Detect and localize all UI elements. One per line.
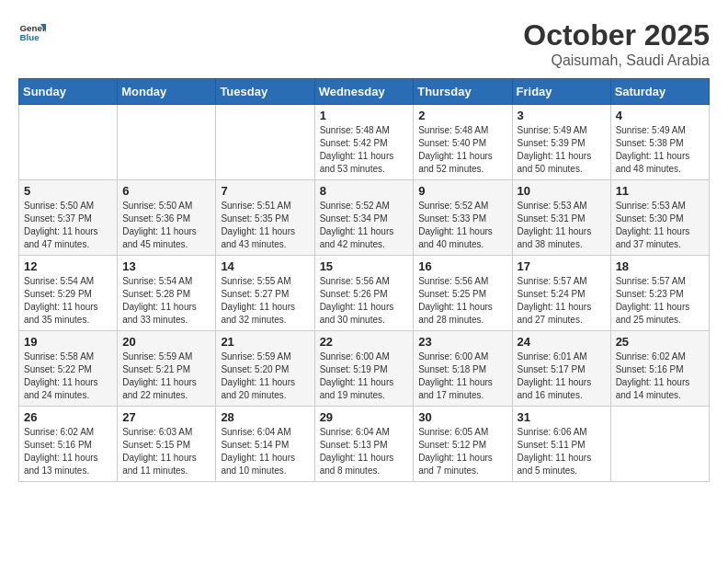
day-info: Sunrise: 5:48 AMSunset: 5:40 PMDaylight:…: [418, 124, 506, 176]
day-number: 6: [122, 184, 210, 198]
day-number: 20: [122, 335, 210, 349]
week-row-4: 26Sunrise: 6:02 AMSunset: 5:16 PMDayligh…: [19, 407, 710, 482]
day-header-thursday: Thursday: [414, 79, 512, 105]
day-number: 21: [221, 335, 309, 349]
day-info: Sunrise: 5:58 AMSunset: 5:22 PMDaylight:…: [24, 350, 112, 402]
day-info: Sunrise: 5:53 AMSunset: 5:30 PMDaylight:…: [616, 200, 704, 251]
calendar-cell: [19, 105, 118, 180]
day-info: Sunrise: 5:50 AMSunset: 5:36 PMDaylight:…: [122, 200, 210, 251]
day-number: 17: [518, 259, 606, 273]
day-info: Sunrise: 5:59 AMSunset: 5:21 PMDaylight:…: [122, 350, 210, 402]
day-info: Sunrise: 5:50 AMSunset: 5:37 PMDaylight:…: [24, 200, 112, 251]
calendar-cell: 19Sunrise: 5:58 AMSunset: 5:22 PMDayligh…: [19, 331, 118, 407]
day-number: 28: [221, 410, 309, 424]
day-header-saturday: Saturday: [610, 79, 709, 105]
day-info: Sunrise: 5:54 AMSunset: 5:28 PMDaylight:…: [122, 275, 210, 327]
day-number: 31: [518, 410, 606, 424]
day-number: 18: [616, 259, 704, 273]
calendar-table: SundayMondayTuesdayWednesdayThursdayFrid…: [18, 78, 710, 482]
day-info: Sunrise: 5:53 AMSunset: 5:31 PMDaylight:…: [518, 200, 606, 251]
calendar-cell: 7Sunrise: 5:51 AMSunset: 5:35 PMDaylight…: [216, 180, 314, 256]
calendar-cell: 14Sunrise: 5:55 AMSunset: 5:27 PMDayligh…: [216, 256, 314, 331]
day-number: 13: [122, 259, 210, 273]
calendar-cell: 21Sunrise: 5:59 AMSunset: 5:20 PMDayligh…: [216, 331, 314, 407]
calendar-cell: 25Sunrise: 6:02 AMSunset: 5:16 PMDayligh…: [610, 331, 709, 407]
logo-icon: General Blue: [18, 18, 46, 46]
day-header-sunday: Sunday: [19, 79, 118, 105]
day-info: Sunrise: 6:00 AMSunset: 5:19 PMDaylight:…: [320, 350, 409, 402]
day-info: Sunrise: 6:02 AMSunset: 5:16 PMDaylight:…: [24, 426, 112, 477]
calendar-cell: 15Sunrise: 5:56 AMSunset: 5:26 PMDayligh…: [314, 256, 414, 331]
calendar-cell: 18Sunrise: 5:57 AMSunset: 5:23 PMDayligh…: [610, 256, 709, 331]
week-row-1: 5Sunrise: 5:50 AMSunset: 5:37 PMDaylight…: [19, 180, 710, 256]
title-area: October 2025 Qaisumah, Saudi Arabia: [523, 18, 710, 69]
calendar-cell: [118, 105, 216, 180]
calendar-cell: 8Sunrise: 5:52 AMSunset: 5:34 PMDaylight…: [314, 180, 414, 256]
day-header-friday: Friday: [512, 79, 610, 105]
day-number: 27: [122, 410, 210, 424]
day-info: Sunrise: 5:54 AMSunset: 5:29 PMDaylight:…: [24, 275, 112, 327]
day-header-monday: Monday: [118, 79, 216, 105]
day-info: Sunrise: 5:51 AMSunset: 5:35 PMDaylight:…: [221, 200, 309, 251]
day-number: 25: [616, 335, 704, 349]
calendar-cell: 26Sunrise: 6:02 AMSunset: 5:16 PMDayligh…: [19, 407, 118, 482]
day-number: 4: [616, 109, 704, 122]
week-row-3: 19Sunrise: 5:58 AMSunset: 5:22 PMDayligh…: [19, 331, 710, 407]
day-number: 15: [320, 259, 409, 273]
day-info: Sunrise: 5:56 AMSunset: 5:25 PMDaylight:…: [418, 275, 506, 327]
calendar-cell: 5Sunrise: 5:50 AMSunset: 5:37 PMDaylight…: [19, 180, 118, 256]
calendar-cell: 20Sunrise: 5:59 AMSunset: 5:21 PMDayligh…: [118, 331, 216, 407]
day-number: 1: [320, 109, 409, 122]
day-info: Sunrise: 6:00 AMSunset: 5:18 PMDaylight:…: [418, 350, 506, 402]
day-number: 7: [221, 184, 309, 198]
day-info: Sunrise: 5:48 AMSunset: 5:42 PMDaylight:…: [320, 124, 409, 176]
week-row-0: 1Sunrise: 5:48 AMSunset: 5:42 PMDaylight…: [19, 105, 710, 180]
calendar-cell: 30Sunrise: 6:05 AMSunset: 5:12 PMDayligh…: [414, 407, 512, 482]
day-info: Sunrise: 5:57 AMSunset: 5:23 PMDaylight:…: [616, 275, 704, 327]
calendar-cell: 2Sunrise: 5:48 AMSunset: 5:40 PMDaylight…: [414, 105, 512, 180]
calendar-cell: 31Sunrise: 6:06 AMSunset: 5:11 PMDayligh…: [512, 407, 610, 482]
day-info: Sunrise: 5:59 AMSunset: 5:20 PMDaylight:…: [221, 350, 309, 402]
day-number: 2: [418, 109, 506, 122]
calendar-cell: [216, 105, 314, 180]
svg-text:Blue: Blue: [20, 32, 40, 42]
day-number: 3: [518, 109, 606, 122]
day-number: 22: [320, 335, 409, 349]
day-number: 12: [24, 259, 112, 273]
day-info: Sunrise: 6:02 AMSunset: 5:16 PMDaylight:…: [616, 350, 704, 402]
day-number: 29: [320, 410, 409, 424]
day-info: Sunrise: 6:03 AMSunset: 5:15 PMDaylight:…: [122, 426, 210, 477]
week-row-2: 12Sunrise: 5:54 AMSunset: 5:29 PMDayligh…: [19, 256, 710, 331]
calendar-cell: 29Sunrise: 6:04 AMSunset: 5:13 PMDayligh…: [314, 407, 414, 482]
day-info: Sunrise: 5:49 AMSunset: 5:38 PMDaylight:…: [616, 124, 704, 176]
day-number: 9: [418, 184, 506, 198]
day-header-tuesday: Tuesday: [216, 79, 314, 105]
day-info: Sunrise: 6:06 AMSunset: 5:11 PMDaylight:…: [518, 426, 606, 477]
calendar-cell: 1Sunrise: 5:48 AMSunset: 5:42 PMDaylight…: [314, 105, 414, 180]
calendar-cell: 13Sunrise: 5:54 AMSunset: 5:28 PMDayligh…: [118, 256, 216, 331]
logo: General Blue: [18, 18, 46, 46]
calendar-cell: 12Sunrise: 5:54 AMSunset: 5:29 PMDayligh…: [19, 256, 118, 331]
day-info: Sunrise: 5:55 AMSunset: 5:27 PMDaylight:…: [221, 275, 309, 327]
day-info: Sunrise: 6:01 AMSunset: 5:17 PMDaylight:…: [518, 350, 606, 402]
day-number: 5: [24, 184, 112, 198]
day-info: Sunrise: 6:05 AMSunset: 5:12 PMDaylight:…: [418, 426, 506, 477]
calendar-cell: 17Sunrise: 5:57 AMSunset: 5:24 PMDayligh…: [512, 256, 610, 331]
calendar-cell: 16Sunrise: 5:56 AMSunset: 5:25 PMDayligh…: [414, 256, 512, 331]
day-number: 8: [320, 184, 409, 198]
month-title: October 2025: [523, 18, 710, 52]
day-number: 19: [24, 335, 112, 349]
calendar-cell: 27Sunrise: 6:03 AMSunset: 5:15 PMDayligh…: [118, 407, 216, 482]
header: General Blue October 2025 Qaisumah, Saud…: [18, 18, 710, 69]
day-number: 30: [418, 410, 506, 424]
day-info: Sunrise: 6:04 AMSunset: 5:14 PMDaylight:…: [221, 426, 309, 477]
calendar-cell: 6Sunrise: 5:50 AMSunset: 5:36 PMDaylight…: [118, 180, 216, 256]
day-number: 26: [24, 410, 112, 424]
location-title: Qaisumah, Saudi Arabia: [523, 52, 710, 69]
day-info: Sunrise: 5:49 AMSunset: 5:39 PMDaylight:…: [518, 124, 606, 176]
day-header-wednesday: Wednesday: [314, 79, 414, 105]
day-number: 24: [518, 335, 606, 349]
calendar-cell: 3Sunrise: 5:49 AMSunset: 5:39 PMDaylight…: [512, 105, 610, 180]
day-info: Sunrise: 5:56 AMSunset: 5:26 PMDaylight:…: [320, 275, 409, 327]
day-number: 11: [616, 184, 704, 198]
